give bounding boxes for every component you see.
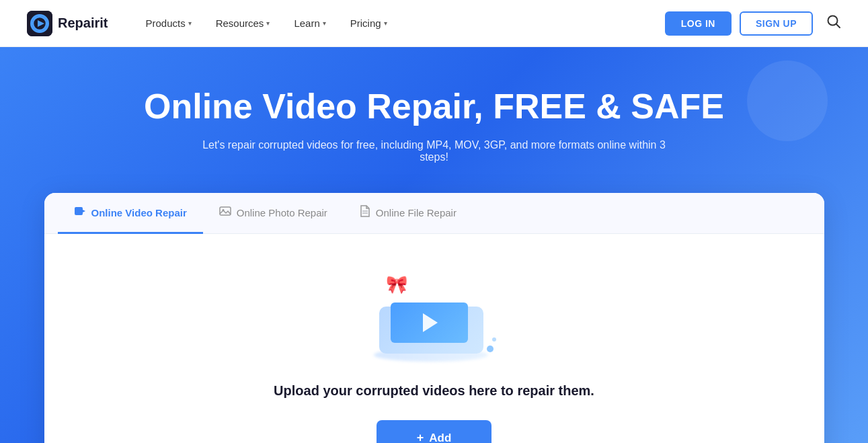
svg-rect-5 xyxy=(75,207,83,215)
dot-decoration xyxy=(487,346,494,352)
svg-rect-0 xyxy=(27,11,52,36)
hero-section: Online Video Repair, FREE & SAFE Let's r… xyxy=(0,47,868,443)
photo-tab-icon xyxy=(219,205,231,220)
main-nav: Products ▾ Resources ▾ Learn ▾ Pricing ▾ xyxy=(134,12,664,34)
card-body: 🎀 Upload your corrupted videos here to r… xyxy=(44,234,824,443)
nav-pricing[interactable]: Pricing ▾ xyxy=(340,12,398,34)
file-tab-icon xyxy=(360,205,370,220)
logo-text: Repairit xyxy=(58,15,108,31)
svg-rect-7 xyxy=(220,207,231,215)
chevron-down-icon: ▾ xyxy=(323,19,326,27)
device-screen xyxy=(391,303,468,343)
nav-products[interactable]: Products ▾ xyxy=(134,12,202,34)
svg-marker-6 xyxy=(83,210,85,212)
small-dot-decoration xyxy=(492,337,496,341)
tab-file-repair[interactable]: Online File Repair xyxy=(344,193,473,234)
hero-title: Online Video Repair, FREE & SAFE xyxy=(144,87,724,126)
repair-tabs: Online Video Repair Online Photo Repair xyxy=(44,193,824,234)
login-button[interactable]: LOG IN xyxy=(665,11,732,36)
hero-subtitle: Let's repair corrupted videos for free, … xyxy=(199,139,670,163)
chevron-down-icon: ▾ xyxy=(384,19,387,27)
svg-point-1 xyxy=(33,17,46,30)
chevron-down-icon: ▾ xyxy=(188,19,192,27)
logo-icon xyxy=(27,11,52,36)
add-button[interactable]: + Add xyxy=(377,420,492,443)
repair-card: Online Video Repair Online Photo Repair xyxy=(44,193,824,443)
tab-video-repair[interactable]: Online Video Repair xyxy=(58,193,203,234)
tab-photo-repair[interactable]: Online Photo Repair xyxy=(203,193,344,234)
plus-icon: + xyxy=(417,431,424,443)
header: Repairit Products ▾ Resources ▾ Learn ▾ … xyxy=(0,0,868,47)
nav-learn[interactable]: Learn ▾ xyxy=(283,12,336,34)
play-button-icon xyxy=(423,313,438,332)
nav-resources[interactable]: Resources ▾ xyxy=(205,12,281,34)
svg-line-4 xyxy=(836,24,840,28)
header-actions: LOG IN SIGN UP xyxy=(665,11,841,36)
search-icon[interactable] xyxy=(826,14,841,32)
svg-marker-2 xyxy=(38,20,44,27)
video-illustration: 🎀 xyxy=(367,274,502,362)
video-tab-icon xyxy=(74,205,86,220)
signup-button[interactable]: SIGN UP xyxy=(740,11,813,36)
chevron-down-icon: ▾ xyxy=(266,19,270,27)
upload-text: Upload your corrupted videos here to rep… xyxy=(274,383,594,399)
logo[interactable]: Repairit xyxy=(27,11,108,36)
bow-icon: 🎀 xyxy=(386,274,407,295)
